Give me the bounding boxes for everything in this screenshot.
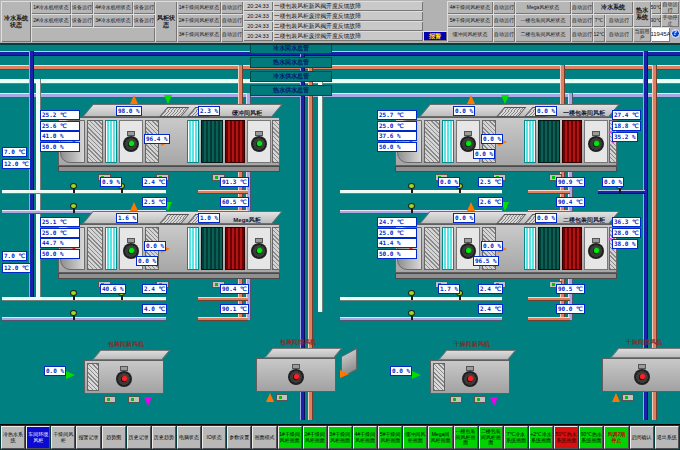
toolbar-button[interactable]: 参数设置 — [227, 426, 251, 449]
toolbar-button[interactable]: 3#干燥间风柜画面 — [328, 426, 352, 449]
ahu-1: 98.0 % 2.3 % 缓冲间风柜 96.4 % — [58, 104, 280, 182]
help-button[interactable]: ? — [671, 29, 680, 38]
left-edge-value: 7.0 ℃ — [2, 251, 27, 261]
ahu-body — [395, 224, 617, 273]
alarm-ack-flag[interactable]: 报警 — [423, 31, 447, 41]
toolbar-button[interactable]: 2#干燥间风柜画面 — [303, 426, 327, 449]
inlet-condition-value: 50.0 % — [40, 142, 80, 152]
plant-diagram: 冷水回水总管热水回水总管冷水供水总管热水供水总管7.0 ℃12.0 ℃7.0 ℃… — [0, 0, 680, 450]
process-value: 2.5 ℃ — [478, 177, 503, 187]
toolbar-button[interactable]: 5#干燥间风柜画面 — [378, 426, 402, 449]
pipe-valve[interactable] — [408, 183, 416, 193]
pipe-valve[interactable] — [408, 203, 416, 213]
toolbar-button[interactable]: 历史趋势 — [152, 426, 176, 449]
toolbar-button[interactable]: 1#干燥间风柜画面 — [278, 426, 302, 449]
exhaust-arrow-down — [144, 397, 152, 406]
return-fan-section[interactable] — [247, 227, 271, 270]
cooling-coil — [201, 120, 223, 163]
chiller-status: 设备运行 — [71, 14, 93, 27]
damper-actuator[interactable] — [474, 396, 486, 403]
inlet-condition-value: 44.7 % — [40, 238, 80, 248]
toolbar-button[interactable]: 一楼包装间风柜画面 — [454, 426, 478, 449]
process-value: 36.3 ℃ — [612, 217, 641, 227]
pipe-valve[interactable] — [408, 310, 416, 320]
mid-value: 0.0 % — [136, 256, 158, 266]
roof-grille — [159, 214, 189, 224]
filter-section — [442, 227, 454, 270]
pipe-run — [2, 297, 166, 301]
mid-value: 0.0 % — [473, 149, 495, 159]
heating-coil — [225, 120, 245, 163]
cold-status: 自动运行 — [605, 27, 633, 42]
process-value: 0.0 % — [438, 177, 460, 187]
damper-actuator[interactable] — [622, 394, 634, 401]
pipe-valve[interactable] — [70, 203, 78, 213]
toolbar-button[interactable]: 风调2期停止 — [604, 426, 628, 449]
ahu-base — [395, 166, 617, 172]
fan-unit-2[interactable]: 包装间排风机 — [252, 348, 344, 404]
header-status-bar: 冷水系统状态1#冷水机组状态设备运行4#冷水机组状态设备运行2#冷水机组状态设备… — [0, 0, 680, 45]
mid-value: 96.5 % — [473, 256, 499, 266]
fan-label: 干燥间排风机 — [588, 338, 680, 347]
cabinet-name: 5#干燥间风柜状态 — [447, 14, 493, 27]
fan-unit-4[interactable]: 干燥间排风机 — [598, 348, 680, 404]
pipe-valve[interactable] — [70, 310, 78, 320]
toolbar-button[interactable]: 电脑状态 — [177, 426, 201, 449]
damper-actuator[interactable] — [104, 396, 116, 403]
vertical-pipe — [318, 79, 323, 312]
supply-fan-section[interactable] — [119, 120, 143, 163]
toolbar-button[interactable]: 画面模式 — [252, 426, 276, 449]
fan-unit-1[interactable]: 包装间新风机 0.0 % — [80, 350, 172, 406]
toolbar-button[interactable]: 报警记录 — [76, 426, 100, 449]
toolbar-button[interactable]: +2℃冷水系统画面 — [529, 426, 553, 449]
cold-temp: 7℃ — [593, 14, 605, 27]
damper-actuator[interactable] — [450, 396, 462, 403]
toolbar-button[interactable]: 50℃热水系统画面 — [554, 426, 578, 449]
inlet-condition-value: 25.0 ℃ — [40, 228, 80, 238]
toolbar-button[interactable]: 4#干燥间风柜画面 — [353, 426, 377, 449]
toolbar-button[interactable]: 趋势图 — [102, 426, 126, 449]
scada-hvac-screen: 冷水系统状态1#冷水机组状态设备运行4#冷水机组状态设备运行2#冷水机组状态设备… — [0, 0, 680, 450]
cold-system-title: 冷水系统 — [593, 1, 633, 14]
toolbar-button[interactable]: 缓冲间风柜画面 — [403, 426, 427, 449]
damper-actuator[interactable] — [276, 394, 288, 401]
fan-body — [256, 358, 336, 392]
toolbar-button[interactable]: 7℃冷水系统画面 — [504, 426, 528, 449]
fan-unit-3[interactable]: 干燥间新风机 0.0 % — [426, 350, 518, 406]
alarm-row[interactable]: 一楼包装风柜废排阀开度反馈故障 — [273, 11, 423, 21]
toolbar-button[interactable]: 冷热水系统 — [1, 426, 25, 449]
toolbar-button[interactable]: Mega间风柜画面 — [428, 426, 452, 449]
pipe-run — [198, 297, 248, 301]
pipe-valve[interactable] — [70, 290, 78, 300]
alarm-row[interactable]: 二楼包装风柜新风阀开度反馈故障 — [273, 21, 423, 31]
process-value: 18.8 ℃ — [612, 121, 641, 131]
ahu-3: 1.6 % 1.0 % Mega风柜 0.0 % 0.0 % — [58, 211, 280, 289]
toolbar-button[interactable]: 启闭确认 — [630, 426, 654, 449]
process-value: 90.4 ℃ — [556, 197, 585, 207]
toolbar-button[interactable]: 历史记录 — [127, 426, 151, 449]
cabinet-status: 自动运行 — [571, 1, 593, 14]
pipe-valve[interactable] — [70, 183, 78, 193]
alarm-row[interactable]: 二楼包装风柜废排阀开度反馈故障 — [273, 31, 423, 41]
ahu-4: 0.0 % 0.0 % 二楼包装间风柜 0.0 % 96.5 % — [395, 211, 617, 289]
filter-section-2 — [524, 120, 536, 163]
fan-label: 包装间新风机 — [70, 340, 182, 349]
pipe-valve[interactable] — [408, 290, 416, 300]
toolbar-button[interactable]: IO状态 — [202, 426, 226, 449]
inlet-condition-value: 24.7 ℃ — [377, 217, 417, 227]
return-fan-section[interactable] — [247, 120, 271, 163]
hot-status: 自动运行 — [661, 1, 679, 14]
heating-coil — [562, 227, 582, 270]
toolbar-button[interactable]: 二楼包装间风柜画面 — [479, 426, 503, 449]
cabinet-status: 自动运行 — [571, 14, 593, 27]
toolbar-button[interactable]: 干燥间风柜 — [51, 426, 75, 449]
ahu-body — [58, 224, 280, 273]
toolbar-button[interactable]: 车间环境风柜 — [26, 426, 50, 449]
toolbar-button[interactable]: 退出系统 — [655, 426, 679, 449]
damper-actuator[interactable] — [128, 396, 140, 403]
process-value: 60.5 ℃ — [220, 197, 249, 207]
alarm-row[interactable]: 一楼包装风柜新风阀开度反馈故障 — [273, 1, 423, 11]
toolbar-button[interactable]: 90℃热水系统画面 — [579, 426, 603, 449]
user-id-field[interactable]: 11945A — [651, 27, 670, 42]
fan-impeller — [462, 371, 478, 387]
